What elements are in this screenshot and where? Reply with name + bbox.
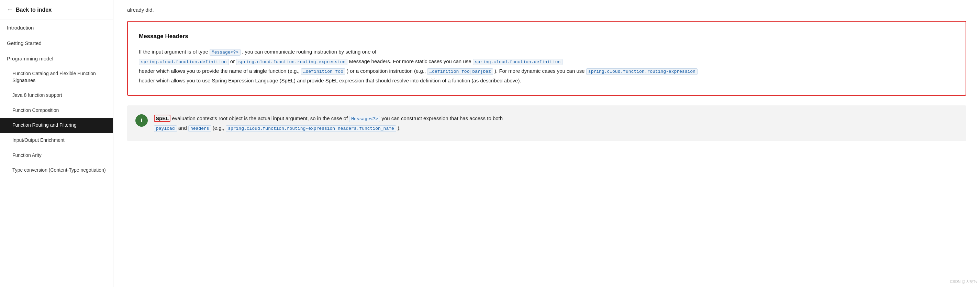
para2-post: ). For more dynamic cases you can use [495, 68, 585, 74]
para1-mid: , you can communicate routing instructio… [242, 49, 376, 55]
info-text4: (e.g., [213, 125, 224, 131]
info-box-content: SpEL evaluation context's root object is… [154, 114, 503, 133]
back-to-index[interactable]: ← Back to index [0, 0, 113, 20]
para3: header which allows you to use Spring Ex… [139, 78, 521, 83]
spel-label: SpEL [154, 115, 170, 122]
info-code-payload: payload [154, 125, 177, 132]
sidebar-item-function-routing[interactable]: Function Routing and Filtering [0, 118, 113, 133]
sidebar-item-function-composition[interactable]: Function Composition [0, 103, 113, 118]
code-def-foo: …definition=foo [301, 68, 345, 75]
sidebar-item-java8-support[interactable]: Java 8 function support [0, 88, 113, 103]
code-definition: spring.cloud.function.definition [139, 59, 229, 65]
back-label: Back to index [16, 7, 51, 13]
sidebar-item-type-conversion[interactable]: Type conversion (Content-Type negotiatio… [0, 163, 113, 178]
sidebar: ← Back to index IntroductionGetting Star… [0, 0, 113, 287]
message-headers-title: Message Headers [139, 31, 955, 41]
sidebar-item-function-catalog[interactable]: Function Catalog and Flexible Function S… [0, 66, 113, 88]
main-content: already did. Message Headers If the inpu… [113, 0, 980, 287]
sidebar-item-getting-started[interactable]: Getting Started [0, 35, 113, 51]
code-def-chain: …definition=foo|bar|baz [427, 68, 493, 75]
sidebar-item-programming-model[interactable]: Programming model [0, 51, 113, 66]
sidebar-item-input-output[interactable]: Input/Output Enrichment [0, 133, 113, 148]
code-definition2: spring.cloud.function.definition [473, 59, 563, 65]
watermark: CSDN @大视Tv [950, 279, 977, 284]
sidebar-item-function-arity[interactable]: Function Arity [0, 148, 113, 163]
info-code-expr: spring.cloud.function.routing-expression… [226, 125, 396, 132]
para2-mid: ) or a composition instruction (e.g., [347, 68, 426, 74]
code-routing-expr: spring.cloud.function.routing-expression [236, 59, 347, 65]
code-message: Message<?> [210, 49, 240, 55]
para1-post: Message headers. For more static cases y… [349, 59, 471, 64]
message-headers-para: If the input argument is of type Message… [139, 47, 955, 86]
para2-pre: header which allows you to provide the n… [139, 68, 300, 74]
info-code-headers: headers [188, 125, 211, 132]
info-text5: ). [398, 125, 401, 131]
sidebar-nav: IntroductionGetting StartedProgramming m… [0, 20, 113, 178]
message-headers-box: Message Headers If the input argument is… [127, 21, 966, 96]
info-text1: evaluation context's root object is the … [172, 115, 348, 121]
sidebar-item-introduction[interactable]: Introduction [0, 20, 113, 35]
info-icon: i [135, 114, 148, 127]
info-box: i SpEL evaluation context's root object … [127, 105, 966, 141]
already-did-text: already did. [127, 0, 966, 21]
para1-pre: If the input argument is of type [139, 49, 208, 55]
info-code-message: Message<?> [349, 116, 380, 122]
para1-or: or [230, 59, 235, 64]
code-routing-expr2: spring.cloud.function.routing-expression [586, 68, 698, 75]
info-text3: and [178, 125, 187, 131]
back-arrow-icon: ← [7, 6, 13, 13]
info-text2: you can construct expression that has ac… [382, 115, 503, 121]
